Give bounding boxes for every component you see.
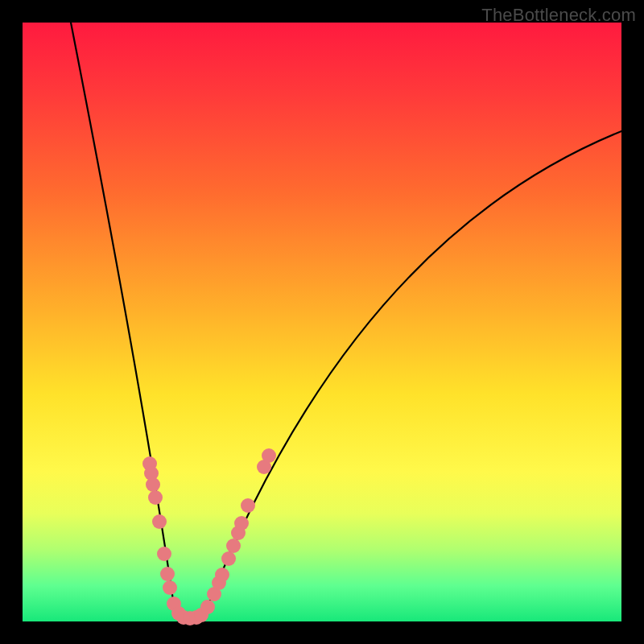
curve-layer: [23, 23, 621, 621]
marker-dot: [226, 539, 241, 553]
marker-dot: [215, 568, 229, 582]
plot-area: [23, 23, 621, 621]
marker-dot: [152, 514, 167, 529]
marker-dot: [221, 551, 236, 566]
marker-dot: [157, 547, 171, 561]
marker-dot: [234, 516, 249, 530]
bottleneck-curve: [71, 23, 621, 619]
marker-dot: [241, 498, 255, 513]
marker-dot: [262, 448, 276, 463]
chart-frame: TheBottleneck.com: [0, 0, 644, 644]
marker-dot: [200, 600, 215, 614]
marker-dot: [160, 567, 175, 581]
marker-dot: [146, 477, 160, 492]
marker-layer: [142, 448, 276, 625]
marker-dot: [148, 490, 163, 505]
marker-dot: [163, 580, 177, 595]
watermark-text: TheBottleneck.com: [481, 5, 636, 26]
